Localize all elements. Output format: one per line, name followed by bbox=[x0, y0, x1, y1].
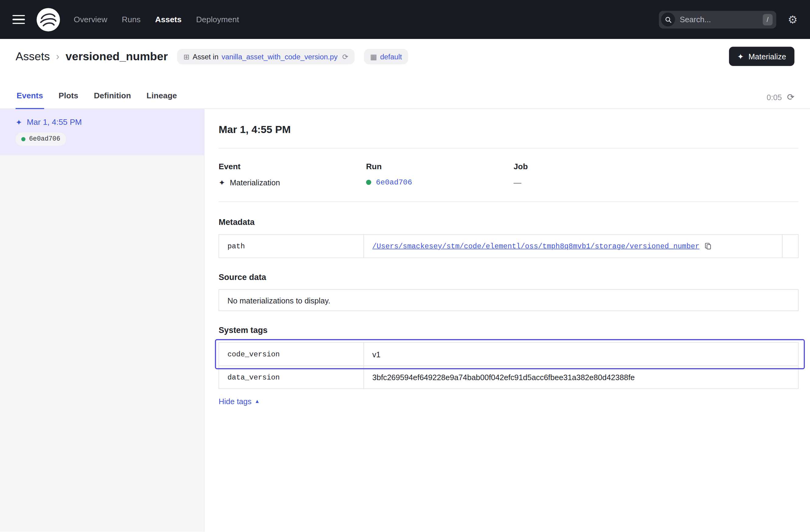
breadcrumb: Assets › versioned_number bbox=[16, 50, 168, 63]
chevron-right-icon: › bbox=[56, 50, 59, 62]
table-row-code-version: code_version v1 bbox=[219, 343, 798, 366]
dagster-logo[interactable] bbox=[36, 7, 60, 31]
materialization-icon: ✦ bbox=[16, 118, 22, 126]
asset-origin-badge: ⊞ Asset in vanilla_asset_with_code_versi… bbox=[177, 49, 355, 64]
grid-icon: ▦ bbox=[370, 52, 377, 60]
system-tags-table: code_version v1 data_version 3bfc269594e… bbox=[218, 342, 798, 389]
nav-deployment[interactable]: Deployment bbox=[196, 15, 239, 25]
asset-name: versioned_number bbox=[66, 50, 168, 63]
tag-key: code_version bbox=[219, 343, 364, 366]
main-area: ✦ Mar 1, 4:55 PM 6e0ad706 Mar 1, 4:55 PM… bbox=[0, 109, 810, 532]
event-type: ✦ Materialization bbox=[218, 178, 366, 187]
event-label: Event bbox=[218, 162, 366, 171]
group-link[interactable]: default bbox=[380, 52, 402, 60]
primary-nav: Overview Runs Assets Deployment bbox=[74, 15, 239, 25]
table-icon: ⊞ bbox=[183, 52, 190, 60]
tag-value: 3bfc269594ef649228e9a74bab00f042efc91d5a… bbox=[364, 366, 798, 388]
search-icon bbox=[661, 13, 675, 27]
page-header: Assets › versioned_number ⊞ Asset in van… bbox=[0, 39, 810, 74]
event-timestamp: Mar 1, 4:55 PM bbox=[27, 117, 82, 127]
metadata-heading: Metadata bbox=[218, 217, 798, 227]
materialize-button[interactable]: ✦ Materialize bbox=[729, 47, 794, 66]
refresh-icon[interactable]: ⟳ bbox=[787, 93, 794, 102]
table-row-end-cell bbox=[782, 235, 798, 257]
top-navbar: Overview Runs Assets Deployment Search..… bbox=[0, 0, 810, 39]
nav-overview[interactable]: Overview bbox=[74, 15, 107, 25]
divider bbox=[218, 148, 798, 148]
tabs-bar: Events Plots Definition Lineage 0:05 ⟳ bbox=[0, 74, 810, 109]
refresh-controls: 0:05 ⟳ bbox=[767, 93, 794, 108]
settings-gear-icon[interactable]: ⚙ bbox=[788, 14, 797, 25]
asset-group-badge: ▦ default bbox=[364, 49, 408, 64]
metadata-key: path bbox=[219, 235, 364, 257]
job-column: Job — bbox=[514, 162, 661, 187]
tab-definition[interactable]: Definition bbox=[93, 91, 132, 109]
breadcrumb-assets-link[interactable]: Assets bbox=[16, 50, 50, 63]
asset-file-link[interactable]: vanilla_asset_with_code_version.py bbox=[222, 52, 338, 60]
tag-value-text: 3bfc269594ef649228e9a74bab00f042efc91d5a… bbox=[372, 373, 635, 382]
hide-tags-label: Hide tags bbox=[218, 397, 251, 406]
hide-tags-link[interactable]: Hide tags ▲ bbox=[218, 397, 260, 406]
nav-assets[interactable]: Assets bbox=[155, 15, 182, 25]
table-row: path /Users/smackesey/stm/code/elementl/… bbox=[219, 235, 798, 257]
search-placeholder: Search... bbox=[680, 15, 758, 24]
search-input[interactable]: Search... / bbox=[659, 11, 777, 28]
divider bbox=[218, 201, 798, 202]
event-list-item-header: ✦ Mar 1, 4:55 PM bbox=[16, 117, 194, 127]
app-window: Overview Runs Assets Deployment Search..… bbox=[0, 0, 810, 532]
menu-icon[interactable] bbox=[13, 15, 25, 24]
events-sidebar: ✦ Mar 1, 4:55 PM 6e0ad706 bbox=[0, 109, 205, 532]
tab-lineage[interactable]: Lineage bbox=[145, 91, 178, 109]
tab-events[interactable]: Events bbox=[16, 91, 44, 109]
event-detail-panel: Mar 1, 4:55 PM Event ✦ Materialization R… bbox=[205, 109, 810, 532]
table-row-data-version: data_version 3bfc269594ef649228e9a74bab0… bbox=[219, 366, 798, 388]
run-column: Run 6e0ad706 bbox=[366, 162, 514, 187]
caret-up-icon: ▲ bbox=[255, 399, 260, 404]
job-label: Job bbox=[514, 162, 661, 171]
asset-origin-prefix: Asset in bbox=[193, 52, 218, 60]
metadata-table: path /Users/smackesey/stm/code/elementl/… bbox=[218, 235, 798, 258]
run-label: Run bbox=[366, 162, 514, 171]
run-id-tag[interactable]: 6e0ad706 bbox=[16, 132, 66, 146]
refresh-countdown: 0:05 bbox=[767, 93, 782, 102]
materialize-button-label: Materialize bbox=[748, 52, 786, 61]
system-tags-heading: System tags bbox=[218, 326, 798, 335]
materialization-icon: ✦ bbox=[218, 179, 225, 187]
tabs: Events Plots Definition Lineage bbox=[16, 91, 178, 109]
run-status-dot bbox=[366, 180, 371, 185]
run-value-row: 6e0ad706 bbox=[366, 178, 514, 186]
job-value: — bbox=[514, 178, 661, 187]
tag-key: data_version bbox=[219, 366, 364, 388]
nav-runs[interactable]: Runs bbox=[122, 15, 141, 25]
event-column: Event ✦ Materialization bbox=[218, 162, 366, 187]
reload-code-location-icon[interactable]: ⟳ bbox=[342, 52, 349, 60]
event-type-label: Materialization bbox=[230, 178, 280, 187]
tag-value-text: v1 bbox=[372, 350, 380, 358]
path-link[interactable]: /Users/smackesey/stm/code/elementl/oss/t… bbox=[372, 242, 699, 250]
tab-plots[interactable]: Plots bbox=[58, 91, 79, 109]
run-status-dot bbox=[21, 137, 26, 141]
run-link[interactable]: 6e0ad706 bbox=[376, 178, 412, 186]
tag-value: v1 bbox=[364, 343, 798, 366]
source-data-heading: Source data bbox=[218, 273, 798, 282]
source-data-empty-message: No materializations to display. bbox=[218, 289, 798, 311]
search-shortcut-badge: / bbox=[763, 14, 773, 25]
metadata-value: /Users/smackesey/stm/code/elementl/oss/t… bbox=[364, 235, 782, 257]
copy-icon[interactable] bbox=[704, 242, 712, 250]
event-list-item[interactable]: ✦ Mar 1, 4:55 PM 6e0ad706 bbox=[0, 109, 204, 155]
event-detail-title: Mar 1, 4:55 PM bbox=[218, 124, 798, 135]
run-id-label: 6e0ad706 bbox=[29, 135, 60, 143]
event-summary: Event ✦ Materialization Run 6e0ad706 Job bbox=[218, 162, 798, 187]
sparkle-icon: ✦ bbox=[737, 52, 744, 60]
